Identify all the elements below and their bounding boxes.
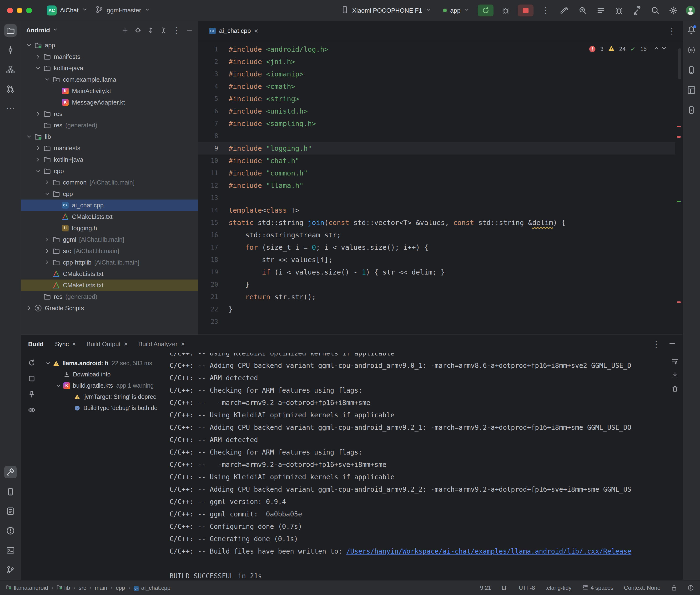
chevron-right-icon[interactable] <box>43 248 52 254</box>
line-number[interactable]: 20 <box>198 278 229 291</box>
breadcrumb-item-src[interactable]: src <box>79 585 86 591</box>
scroll-end-icon[interactable] <box>671 371 678 379</box>
indent-widget[interactable]: 4 spaces <box>582 584 614 592</box>
user-avatar[interactable] <box>685 5 696 16</box>
gradle-icon[interactable]: G <box>685 44 698 56</box>
clang-tidy-widget[interactable]: .clang-tidy <box>545 585 571 591</box>
build-console[interactable]: C/C++: -- Using KleidiAI optimized kerne… <box>170 353 662 578</box>
tree-item-res[interactable]: res(generated) <box>21 119 198 131</box>
code-area[interactable]: 1#include <android/log.h>2#include <jni.… <box>198 41 675 335</box>
line-number[interactable]: 15 <box>198 217 229 229</box>
chevron-down-icon[interactable] <box>43 77 52 83</box>
version-control-icon[interactable] <box>4 564 17 576</box>
line-number[interactable]: 6 <box>198 105 229 117</box>
settings-icon[interactable] <box>667 4 679 17</box>
breadcrumb-item-main[interactable]: main <box>95 585 107 591</box>
error-stripe[interactable] <box>675 41 682 335</box>
more-run-options-button[interactable]: ⋮ <box>538 4 554 17</box>
device-manager-icon[interactable] <box>685 64 698 76</box>
hide-panel-button[interactable] <box>669 340 676 348</box>
editor-tab-ai-chat-cpp[interactable]: C+ ai_chat.cpp × <box>203 21 264 41</box>
chevron-down-icon[interactable] <box>34 65 43 71</box>
device-selector[interactable]: Xiaomi POCOPHONE F1 <box>337 4 435 18</box>
line-number[interactable]: 12 <box>198 179 229 192</box>
chevron-down-icon[interactable] <box>44 361 52 366</box>
search-icon[interactable] <box>649 4 662 17</box>
chevron-right-icon[interactable] <box>34 157 43 163</box>
chevron-down-icon[interactable] <box>55 383 62 389</box>
build-tree-item-llama-android-fi[interactable]: llama.android: fi22 sec, 583 ms <box>43 358 170 369</box>
zoom-window-button[interactable] <box>26 8 32 13</box>
debug-tools-icon[interactable] <box>613 4 625 17</box>
chevron-right-icon[interactable] <box>34 145 43 151</box>
line-number[interactable]: 17 <box>198 241 229 254</box>
tree-item-cpp-httplib[interactable]: cpp-httplib[AiChat.lib.main] <box>21 257 198 268</box>
close-tab-icon[interactable]: × <box>124 340 128 348</box>
build-output-path-link[interactable]: /Users/hanyin/Workspace/ai-chat/examples… <box>346 547 632 555</box>
tree-item-res[interactable]: res <box>21 108 198 119</box>
tree-item-cpp[interactable]: cpp <box>21 165 198 177</box>
running-devices-icon[interactable] <box>685 104 698 116</box>
tree-item-app[interactable]: app <box>21 39 198 51</box>
lock-icon[interactable] <box>671 585 677 591</box>
tree-item-cmakelists-txt[interactable]: CMakeLists.txt <box>21 211 198 222</box>
line-number[interactable]: 21 <box>198 291 229 303</box>
tree-item-res[interactable]: res(generated) <box>21 291 198 302</box>
tree-item-manifests[interactable]: manifests <box>21 51 198 62</box>
tree-item-common[interactable]: common[AiChat.lib.main] <box>21 177 198 188</box>
build-tree-item-download-info[interactable]: Download info <box>43 369 170 380</box>
line-number[interactable]: 4 <box>198 80 229 93</box>
error-stripe-mark[interactable] <box>677 201 681 202</box>
line-number[interactable]: 10 <box>198 154 229 167</box>
chevron-right-icon[interactable] <box>43 179 52 186</box>
build-options-button[interactable]: ⋮ <box>652 340 661 348</box>
line-number[interactable]: 22 <box>198 303 229 315</box>
line-number[interactable]: 16 <box>198 229 229 241</box>
tree-item-com-example-llama[interactable]: com.example.llama <box>21 74 198 85</box>
chevron-right-icon[interactable] <box>25 305 33 311</box>
task-list-icon[interactable] <box>595 4 607 17</box>
locate-icon[interactable] <box>133 25 143 36</box>
tree-item-src[interactable]: src[AiChat.lib.main] <box>21 245 198 257</box>
tree-item-mainactivity-kt[interactable]: KMainActivity.kt <box>21 85 198 97</box>
project-view-selector[interactable]: Android <box>26 27 58 34</box>
preview-icon[interactable] <box>26 405 37 415</box>
file-encoding[interactable]: UTF-8 <box>519 585 535 591</box>
line-number[interactable]: 19 <box>198 266 229 278</box>
tree-item-messageadapter-kt[interactable]: KMessageAdapter.kt <box>21 97 198 108</box>
tree-item-ai-chat-cpp[interactable]: C+ai_chat.cpp <box>21 200 198 211</box>
breadcrumb-item-lib[interactable]: lib <box>57 585 70 591</box>
tree-item-lib[interactable]: lib <box>21 131 198 142</box>
chevron-right-icon[interactable] <box>34 54 43 60</box>
error-stripe-mark[interactable] <box>677 302 681 303</box>
tree-item-cmakelists-txt[interactable]: CMakeLists.txt <box>21 280 198 291</box>
chevron-down-icon[interactable] <box>25 42 33 48</box>
run-configuration-selector[interactable]: app <box>439 5 473 16</box>
tree-item-cpp[interactable]: cpp <box>21 188 198 200</box>
close-window-button[interactable] <box>7 8 13 13</box>
line-number[interactable]: 11 <box>198 167 229 179</box>
tree-item-kotlin-java[interactable]: kotlin+java <box>21 62 198 74</box>
chevron-right-icon[interactable] <box>43 236 52 243</box>
debug-button[interactable] <box>498 4 513 17</box>
refresh-icon[interactable] <box>26 358 37 368</box>
rerun-button[interactable] <box>478 4 494 17</box>
next-problem-icon[interactable] <box>661 45 667 53</box>
build-icon[interactable] <box>4 466 17 478</box>
context-widget[interactable]: Context: None <box>624 585 661 591</box>
stop-button[interactable] <box>518 4 533 17</box>
soft-wrap-icon[interactable] <box>671 358 678 366</box>
line-number[interactable]: 14 <box>198 204 229 217</box>
ai-assistant-icon[interactable] <box>559 4 571 17</box>
breadcrumb-item-cpp[interactable]: cpp <box>116 585 125 591</box>
build-tab-build-output[interactable]: Build Output× <box>86 340 128 348</box>
chevron-down-icon[interactable] <box>34 168 43 174</box>
chevron-down-icon[interactable] <box>43 191 52 197</box>
hide-icon[interactable] <box>184 25 195 36</box>
tree-item-ggml[interactable]: ggml[AiChat.lib.main] <box>21 234 198 245</box>
more-v-icon[interactable]: ⋮ <box>171 25 182 36</box>
line-number[interactable]: 13 <box>198 192 229 204</box>
build-tab-build-analyzer[interactable]: Build Analyzer× <box>138 340 185 348</box>
vcs-branch-selector[interactable]: ggml-master <box>91 4 154 17</box>
add-icon[interactable] <box>119 25 131 36</box>
